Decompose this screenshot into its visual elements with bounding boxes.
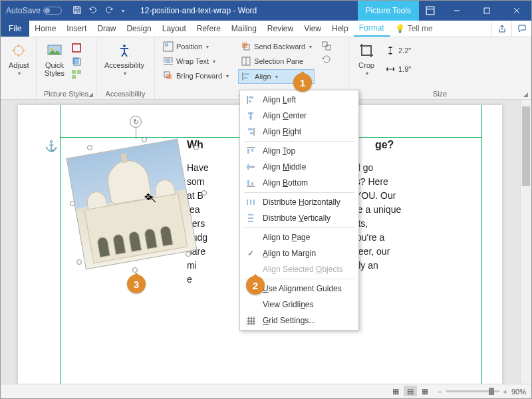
menu-align-bottom[interactable]: Align Bottom: [240, 175, 358, 191]
tell-me-label: Tell me: [408, 24, 433, 33]
read-mode-icon[interactable]: ▦: [390, 387, 402, 395]
scrollbar-thumb[interactable]: [522, 106, 530, 186]
size-dialog-launcher-icon[interactable]: ◢: [523, 91, 528, 98]
svg-rect-15: [166, 74, 172, 79]
tab-file[interactable]: File: [1, 21, 29, 37]
position-button[interactable]: Position▾: [160, 40, 231, 53]
share-button[interactable]: [491, 21, 511, 37]
svg-rect-14: [166, 59, 170, 63]
print-layout-icon[interactable]: ▤: [404, 386, 417, 396]
align-bottom-icon: [245, 178, 256, 188]
height-value: 2.2": [398, 47, 411, 55]
menu-grid-settings[interactable]: Grid Settings...: [240, 313, 358, 329]
svg-rect-27: [249, 116, 252, 118]
resize-handle[interactable]: [194, 145, 199, 150]
group-adjust: Adjust▾: [1, 37, 37, 99]
menu-label: Align Selected Objects: [263, 265, 343, 274]
tab-design[interactable]: Design: [121, 21, 156, 37]
menu-distribute-vertically[interactable]: Distribute Vertically: [240, 210, 358, 226]
rotate-handle[interactable]: ↻: [130, 116, 142, 128]
menu-align-right[interactable]: Align Right: [240, 124, 358, 140]
resize-handle[interactable]: [76, 259, 82, 265]
menu-align-to-margin[interactable]: Align to Margin: [240, 245, 358, 261]
tab-insert[interactable]: Insert: [61, 21, 92, 37]
vertical-scrollbar[interactable]: [520, 100, 531, 384]
zoom-value[interactable]: 90%: [511, 388, 526, 396]
tab-mailings[interactable]: Mailing: [226, 21, 262, 37]
resize-handle[interactable]: [142, 137, 147, 142]
width-input[interactable]: 1.9": [382, 63, 414, 76]
menu-align-center[interactable]: Align Center: [240, 108, 358, 124]
autosave-label: AutoSave: [6, 6, 41, 15]
web-layout-icon[interactable]: ▦: [419, 387, 431, 395]
resize-handle[interactable]: [201, 190, 207, 196]
quick-styles-button[interactable]: Quick Styles: [42, 40, 67, 78]
group-objects-icon[interactable]: [321, 41, 332, 53]
height-input[interactable]: 2.2": [382, 44, 414, 57]
svg-rect-40: [248, 217, 253, 219]
send-backward-button[interactable]: Send Backward▾: [238, 40, 315, 53]
crop-button[interactable]: Crop▾: [354, 40, 378, 78]
zoom-in-button[interactable]: +: [503, 388, 507, 396]
menu-label: Align Bottom: [263, 178, 308, 188]
wrap-text-button[interactable]: Wrap Text▾: [160, 55, 231, 68]
accessibility-button[interactable]: Accessibility▾: [102, 40, 147, 78]
menu-label: Align Center: [263, 111, 307, 120]
svg-rect-35: [251, 182, 253, 185]
selection-pane-button[interactable]: Selection Pane: [238, 55, 315, 68]
menu-align-to-page[interactable]: Align to Page: [240, 229, 358, 245]
title-bar: AutoSave ▾ 12-position-and-text-wrap - W…: [1, 1, 531, 21]
redo-icon[interactable]: [104, 5, 114, 17]
svg-rect-21: [244, 77, 247, 79]
zoom-thumb[interactable]: [489, 388, 494, 395]
bring-forward-button[interactable]: Bring Forward▾: [160, 69, 231, 82]
tab-help[interactable]: Help: [327, 21, 354, 37]
tab-references[interactable]: Refere: [192, 21, 226, 37]
close-button[interactable]: [501, 1, 531, 21]
svg-rect-41: [248, 221, 253, 222]
resize-handle[interactable]: [87, 145, 92, 150]
align-right-icon: [245, 126, 256, 137]
tab-review[interactable]: Review: [262, 21, 299, 37]
adjust-button[interactable]: Adjust▾: [6, 40, 32, 78]
tell-me-search[interactable]: 💡 Tell me: [390, 21, 438, 37]
svg-rect-28: [248, 128, 253, 130]
menu-label: View Gridlines: [263, 300, 314, 309]
menu-align-middle[interactable]: Align Middle: [240, 159, 358, 175]
resize-handle[interactable]: [70, 201, 75, 206]
menu-view-gridlines[interactable]: View Gridlines: [240, 297, 358, 313]
accessibility-group-label: Accessibility: [102, 88, 149, 98]
minimize-button[interactable]: [442, 1, 471, 21]
menu-label: Use Alignment Guides: [263, 284, 342, 293]
picture-effects-icon[interactable]: [71, 56, 82, 68]
comments-button[interactable]: [511, 21, 531, 37]
tab-draw[interactable]: Draw: [92, 21, 121, 37]
zoom-out-button[interactable]: −: [438, 388, 442, 396]
autosave-toggle[interactable]: AutoSave: [1, 6, 67, 15]
selected-picture[interactable]: [75, 148, 195, 267]
menu-align-top[interactable]: Align Top: [240, 143, 358, 159]
menu-align-left[interactable]: Align Left: [240, 92, 358, 108]
dialog-launcher-icon[interactable]: ◢: [88, 91, 93, 98]
tab-home[interactable]: Home: [29, 21, 61, 37]
tab-layout[interactable]: Layout: [157, 21, 192, 37]
svg-rect-23: [326, 45, 331, 50]
rotate-icon[interactable]: [321, 54, 332, 66]
zoom-slider[interactable]: [446, 390, 499, 392]
qat-more-icon[interactable]: ▾: [122, 8, 124, 14]
svg-rect-22: [323, 42, 327, 47]
ribbon-display-options-icon[interactable]: [419, 6, 442, 15]
menu-distribute-horizontally[interactable]: Distribute Horizontally: [240, 194, 358, 210]
tab-format[interactable]: Format: [354, 21, 390, 37]
tab-view[interactable]: View: [299, 21, 327, 37]
resize-handle[interactable]: [186, 251, 191, 257]
maximize-button[interactable]: [471, 1, 501, 21]
picture-layout-icon[interactable]: [71, 69, 82, 81]
svg-rect-29: [250, 132, 253, 134]
undo-icon[interactable]: [88, 5, 98, 17]
picture-tools-tab-header: Picture Tools: [358, 1, 419, 21]
picture-border-icon[interactable]: [71, 43, 82, 55]
wrap-text-icon: [163, 56, 174, 66]
save-icon[interactable]: [72, 5, 82, 17]
position-icon: [163, 41, 174, 52]
